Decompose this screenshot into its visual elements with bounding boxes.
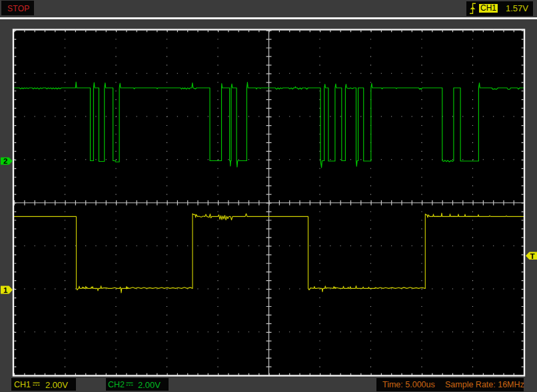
svg-text:1: 1	[3, 286, 8, 294]
svg-text:2: 2	[3, 157, 7, 165]
svg-text:T: T	[530, 252, 535, 260]
